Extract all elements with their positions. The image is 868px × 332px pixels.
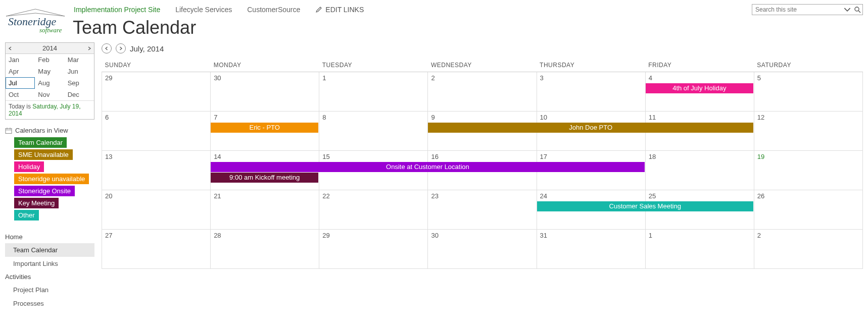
- calendar-overlay-toggle[interactable]: SME Unavailable: [14, 149, 73, 160]
- calendar-day-cell[interactable]: 11: [645, 112, 754, 151]
- calendar-day-cell[interactable]: 9John Doe PTO: [428, 112, 537, 151]
- calendar-day-cell[interactable]: 29: [102, 72, 211, 112]
- calendar-day-cell[interactable]: 30: [211, 72, 319, 112]
- day-number: 17: [537, 151, 645, 162]
- logo[interactable]: Stoneridge software: [5, 3, 71, 36]
- calendar-day-cell[interactable]: 44th of July Holiday: [645, 72, 754, 112]
- calendar-day-cell[interactable]: 28: [211, 230, 319, 269]
- topnav-link[interactable]: Lifecycle Services: [175, 6, 232, 14]
- calendar-day-cell[interactable]: 14Onsite at Customer Location9:00 am Kic…: [211, 151, 319, 190]
- pencil-icon: [315, 6, 322, 13]
- svg-rect-4: [6, 128, 12, 133]
- calendar-event[interactable]: 9:00 am Kickoff meeting: [211, 173, 318, 183]
- topnav-link[interactable]: CustomerSource: [247, 6, 300, 14]
- day-number: 29: [319, 230, 427, 241]
- mini-month-aug[interactable]: Aug: [35, 77, 64, 89]
- calendar-day-cell[interactable]: 25: [645, 190, 754, 230]
- day-number: 3: [537, 72, 645, 84]
- calendar-day-cell[interactable]: 18: [645, 151, 754, 190]
- mini-calendar-year: 2014: [42, 44, 57, 52]
- calendar-day-cell[interactable]: 31: [537, 230, 645, 269]
- calendar-day-cell[interactable]: 22: [319, 190, 428, 230]
- search-icon[interactable]: [852, 5, 862, 15]
- calendar-day-cell[interactable]: 20: [102, 190, 211, 230]
- next-year-button[interactable]: [86, 45, 93, 52]
- mini-calendar: 2014 JanFebMarAprMayJunJulAugSepOctNovDe…: [5, 42, 94, 120]
- calendar-day-cell[interactable]: 15: [319, 151, 428, 190]
- edit-links-button[interactable]: EDIT LINKS: [315, 6, 364, 14]
- calendar-day-cell[interactable]: 7Eric - PTO: [211, 112, 319, 151]
- nav-group[interactable]: Activities: [5, 270, 94, 283]
- day-number: 21: [211, 190, 319, 202]
- top-nav: Implementation Project SiteLifecycle Ser…: [71, 3, 752, 16]
- mini-month-dec[interactable]: Dec: [65, 89, 94, 100]
- nav-item[interactable]: Project Plan: [5, 283, 94, 297]
- mini-month-jul[interactable]: Jul: [6, 77, 35, 89]
- search-scope-dropdown[interactable]: [842, 5, 852, 15]
- mini-month-jun[interactable]: Jun: [65, 66, 94, 77]
- day-number: 22: [319, 190, 427, 202]
- calendar-event[interactable]: 4th of July Holiday: [646, 83, 753, 93]
- mini-month-jan[interactable]: Jan: [6, 54, 35, 66]
- topnav-link[interactable]: Implementation Project Site: [74, 6, 160, 14]
- day-number: 2: [754, 230, 862, 241]
- calendar-day-cell[interactable]: 2: [754, 230, 862, 269]
- nav-item[interactable]: Processes: [5, 297, 94, 310]
- calendar-day-cell[interactable]: 29: [319, 230, 428, 269]
- calendar-overlay-toggle[interactable]: Stoneridge Onsite: [14, 186, 75, 196]
- mini-month-sep[interactable]: Sep: [65, 77, 94, 89]
- calendar-day-cell[interactable]: 21: [211, 190, 319, 230]
- calendar-day-cell[interactable]: 3: [537, 72, 645, 112]
- calendar-day-cell[interactable]: 23: [428, 190, 537, 230]
- prev-month-button[interactable]: [102, 43, 112, 53]
- calendar-day-cell[interactable]: 24Customer Sales Meeting: [537, 190, 645, 230]
- calendars-in-view-header: Calendars in View: [5, 127, 94, 134]
- next-month-button[interactable]: [116, 43, 126, 53]
- calendar-day-cell[interactable]: 12: [754, 112, 862, 151]
- day-number: 8: [319, 112, 427, 123]
- calendar-overlay-toggle[interactable]: Holiday: [14, 161, 44, 172]
- calendar-day-cell[interactable]: 19: [754, 151, 862, 190]
- calendar-day-cell[interactable]: 16: [428, 151, 537, 190]
- mini-month-apr[interactable]: Apr: [6, 66, 35, 77]
- calendar-day-cell[interactable]: 27: [102, 230, 211, 269]
- search-input[interactable]: [752, 5, 842, 15]
- calendar-day-cell[interactable]: 8: [319, 112, 428, 151]
- day-number: 19: [754, 151, 862, 162]
- day-number: 23: [428, 190, 536, 202]
- calendar-overlay-toggle[interactable]: Team Calendar: [14, 137, 67, 148]
- calendar-day-cell[interactable]: 1: [319, 72, 428, 112]
- calendar-day-cell[interactable]: 2: [428, 72, 537, 112]
- calendar-day-cell[interactable]: 1: [645, 230, 754, 269]
- calendar-day-cell[interactable]: 26: [754, 190, 862, 230]
- mini-month-feb[interactable]: Feb: [35, 54, 64, 66]
- calendar-day-cell[interactable]: 10: [537, 112, 645, 151]
- mini-month-may[interactable]: May: [35, 66, 64, 77]
- today-indicator: Today is Saturday, July 19, 2014: [6, 100, 94, 119]
- calendar-day-cell[interactable]: 30: [428, 230, 537, 269]
- calendar-day-cell[interactable]: 13: [102, 151, 211, 190]
- calendar-day-cell[interactable]: 17: [537, 151, 645, 190]
- calendar-overlay-toggle[interactable]: Key Meeting: [14, 198, 59, 208]
- nav-item[interactable]: Important Links: [5, 257, 94, 270]
- day-of-week-header: SATURDAY: [754, 59, 862, 72]
- mini-month-oct[interactable]: Oct: [6, 89, 35, 100]
- mini-month-mar[interactable]: Mar: [65, 54, 94, 66]
- calendar-overlay-toggle[interactable]: Other: [14, 210, 39, 220]
- mini-month-nov[interactable]: Nov: [35, 89, 64, 100]
- search-box[interactable]: [752, 4, 863, 15]
- day-of-week-header: MONDAY: [211, 59, 319, 72]
- calendar-day-cell[interactable]: 5: [754, 72, 862, 112]
- day-of-week-header: TUESDAY: [319, 59, 428, 72]
- day-number: 28: [211, 230, 319, 241]
- prev-year-button[interactable]: [7, 45, 14, 52]
- day-number: 1: [646, 230, 754, 241]
- nav-item[interactable]: Team Calendar: [5, 243, 94, 257]
- calendar-overlay-toggle[interactable]: Stoneridge unavailable: [14, 174, 89, 184]
- calendar-event[interactable]: Eric - PTO: [211, 123, 318, 133]
- calendar-day-cell[interactable]: 6: [102, 112, 211, 151]
- svg-line-3: [858, 11, 860, 13]
- nav-group[interactable]: Home: [5, 231, 94, 243]
- day-number: 10: [537, 112, 645, 123]
- day-number: 16: [428, 151, 536, 162]
